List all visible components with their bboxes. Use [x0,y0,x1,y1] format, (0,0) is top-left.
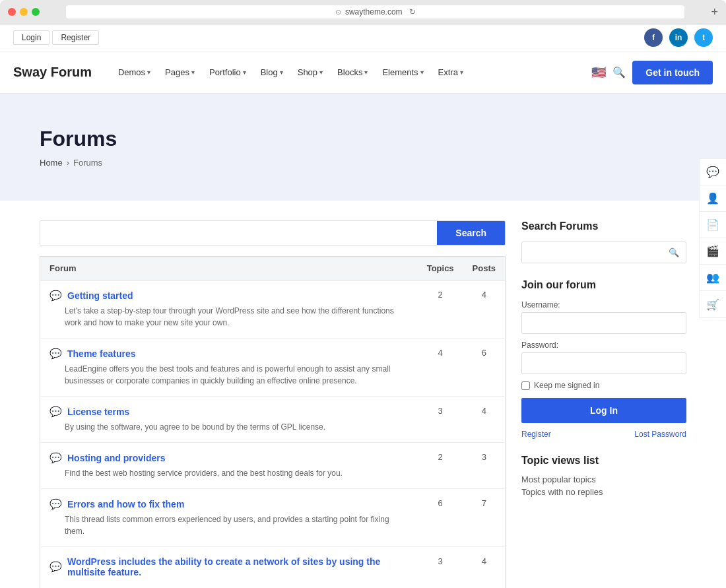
forum-topic-link[interactable]: Getting started [67,290,133,301]
comment-icon[interactable]: 💬 [700,159,726,185]
linkedin-icon[interactable]: in [669,28,688,47]
forum-topic-desc: LeadEngine offers you the best tools and… [50,363,409,387]
join-forum-title: Join our forum [521,279,686,291]
keep-signed-in-row: Keep me signed in [521,381,686,390]
login-submit-button[interactable]: Log In [521,398,686,423]
forum-topic-icon: 💬 [50,452,62,464]
table-row: 💬 Getting started Let's take a step-by-s… [40,280,506,339]
browser-dots [8,8,40,16]
search-icon[interactable]: 🔍 [612,66,626,79]
auth-links: Register Lost Password [521,430,686,439]
forum-topic-icon: 💬 [50,348,62,360]
forum-topic-icon: 💬 [50,406,62,418]
url-lock-icon: ⊙ [335,8,341,16]
chevron-down-icon: ▾ [191,69,195,76]
table-row: 💬 Errors and how to fix them This thread… [40,489,506,547]
posts-col-header: Posts [463,257,506,280]
nav-blog[interactable]: Blog ▾ [254,62,290,82]
add-tab-button[interactable]: + [711,6,718,18]
topics-col-header: Topics [418,257,463,280]
forum-topic-link[interactable]: Theme features [67,348,135,359]
posts-count: 7 [463,489,506,547]
nav-extra[interactable]: Extra ▾ [432,62,470,82]
login-button[interactable]: Login [13,30,50,45]
search-forums-widget: Search Forums 🔍 [521,220,686,263]
nav-portfolio[interactable]: Portfolio ▾ [203,62,253,82]
posts-count: 4 [463,547,506,589]
nav-elements[interactable]: Elements ▾ [376,62,430,82]
forum-topic-link[interactable]: License terms [67,407,129,417]
url-refresh-icon[interactable]: ↻ [409,7,416,16]
browser-dot-yellow[interactable] [20,8,28,16]
chevron-down-icon: ▾ [243,69,246,76]
password-label: Password: [521,341,686,350]
forum-search-bar: Search [40,220,506,245]
nav-menu: Demos ▾ Pages ▾ Portfolio ▾ Blog ▾ Shop … [112,62,591,82]
username-input[interactable] [521,312,686,334]
twitter-icon[interactable]: t [694,28,713,47]
forum-search-button[interactable]: Search [437,221,505,245]
search-forums-title: Search Forums [521,220,686,232]
user-circle-icon[interactable]: 👤 [700,185,726,212]
flag-icon[interactable]: 🇺🇸 [591,65,606,80]
top-bar-auth: Login Register [13,30,99,45]
nav-pages[interactable]: Pages ▾ [158,62,201,82]
forum-topic-desc: Find the best web hosting service provid… [50,467,409,479]
sidebar-search-bar: 🔍 [521,242,686,263]
table-row: 💬 WordPress includes the ability to crea… [40,547,506,589]
username-label: Username: [521,300,686,310]
breadcrumb-home[interactable]: Home [40,158,63,168]
site-logo[interactable]: Sway Forum [13,65,92,80]
page-title: Forums [40,127,686,151]
password-input[interactable] [521,352,686,374]
sidebar: Search Forums 🔍 Join our forum Username:… [521,220,686,588]
sidebar-search-icon[interactable]: 🔍 [662,242,686,263]
url-bar[interactable]: ⊙ swaytheme.com ↻ [66,5,684,18]
list-item[interactable]: Most popular topics [521,473,686,486]
get-in-touch-button[interactable]: Get in touch [632,61,713,84]
browser-dot-red[interactable] [8,8,16,16]
right-sidebar: 💬 👤 📄 🎬 👥 🛒 [699,158,726,318]
file-icon[interactable]: 📄 [700,212,726,238]
hero-area: Forums Home › Forums [0,94,726,201]
video-icon[interactable]: 🎬 [700,238,726,265]
forum-topic-link[interactable]: Hosting and providers [67,453,166,463]
chevron-down-icon: ▾ [319,69,323,76]
keep-signed-in-checkbox[interactable] [521,381,530,390]
forum-topic-link[interactable]: Errors and how to fix them [67,499,184,509]
register-link[interactable]: Register [521,430,551,439]
nav-blocks[interactable]: Blocks ▾ [331,62,374,82]
keep-signed-in-label: Keep me signed in [534,381,599,390]
forum-search-input[interactable] [40,221,437,245]
forum-topic-link[interactable]: WordPress includes the ability to create… [67,556,409,577]
posts-count: 6 [463,339,506,397]
nav-demos[interactable]: Demos ▾ [112,62,157,82]
table-row: 💬 Hosting and providers Find the best we… [40,443,506,489]
nav-shop[interactable]: Shop ▾ [291,62,329,82]
forum-topic-desc: This thread lists common errors experien… [50,513,409,537]
browser-dot-green[interactable] [32,8,40,16]
lost-password-link[interactable]: Lost Password [634,430,686,439]
facebook-icon[interactable]: f [644,28,663,47]
register-button[interactable]: Register [52,30,99,45]
chevron-down-icon: ▾ [460,69,463,76]
topic-views-title: Topic views list [521,455,686,467]
forum-topic-icon: 💬 [50,498,62,510]
main-nav: Sway Forum Demos ▾ Pages ▾ Portfolio ▾ B… [0,51,726,94]
topics-count: 2 [418,443,463,489]
cart-icon[interactable]: 🛒 [700,291,726,317]
list-item[interactable]: Topics with no replies [521,486,686,498]
forum-col-header: Forum [40,257,418,280]
topic-views-widget: Topic views list Most popular topicsTopi… [521,455,686,498]
breadcrumb-current: Forums [73,158,102,168]
chevron-down-icon: ▾ [147,69,150,76]
top-bar: Login Register f in t [0,24,726,51]
topics-count: 3 [418,397,463,443]
join-forum-widget: Join our forum Username: Password: Keep … [521,279,686,439]
sidebar-search-input[interactable] [522,242,662,263]
topics-count: 3 [418,547,463,589]
main-content: Search Forum Topics Posts 💬 Getting star… [0,201,726,588]
users-icon[interactable]: 👥 [700,265,726,291]
topics-count: 2 [418,280,463,339]
chevron-down-icon: ▾ [420,69,424,76]
